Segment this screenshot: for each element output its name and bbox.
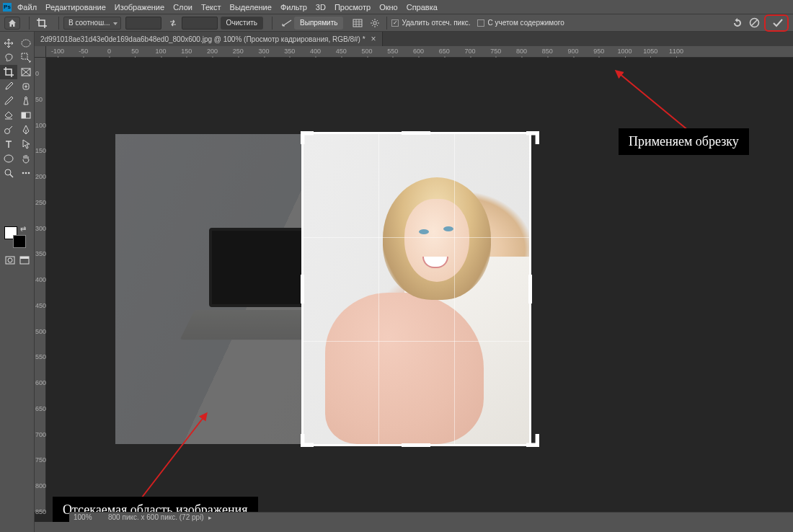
ruler-v-tick: 250: [35, 199, 46, 206]
reset-crop-icon[interactable]: [730, 17, 744, 30]
ruler-h-tick: 750: [490, 48, 501, 55]
eraser-tool[interactable]: [0, 108, 17, 123]
quick-select-tool[interactable]: [17, 50, 35, 65]
commit-highlight: [764, 14, 789, 32]
crop-settings-gear-icon[interactable]: [368, 17, 382, 30]
svg-point-14: [4, 155, 13, 162]
pen-tool[interactable]: [17, 123, 35, 137]
cancel-crop-icon[interactable]: [747, 17, 761, 30]
annotation-callout-apply: Применяем обрезку: [619, 128, 749, 155]
menu-file[interactable]: Файл: [17, 3, 37, 12]
overlay-grid-icon[interactable]: [350, 17, 365, 30]
crop-handle-bottom[interactable]: [402, 443, 430, 447]
ruler-h-tick: 550: [387, 48, 398, 55]
extra-tools-icon[interactable]: [17, 166, 35, 180]
lasso-tool[interactable]: [0, 50, 17, 65]
svg-point-18: [25, 172, 27, 174]
crop-tool[interactable]: [0, 65, 17, 79]
content-aware-checkbox[interactable]: С учетом содержимого: [477, 19, 564, 27]
crop-handle-top[interactable]: [402, 131, 430, 135]
svg-rect-23: [20, 257, 29, 259]
ruler-h-tick: 200: [207, 48, 218, 55]
ruler-h-tick: 900: [567, 48, 578, 55]
swap-dimensions-icon[interactable]: [167, 17, 179, 29]
menu-filter[interactable]: Фильтр: [280, 3, 307, 12]
swap-colors-icon[interactable]: ⇄: [20, 225, 26, 233]
hand-tool[interactable]: [17, 151, 35, 166]
straighten-icon[interactable]: [280, 17, 294, 30]
ruler-h-tick: 150: [181, 48, 192, 55]
app-logo: Ps: [3, 3, 12, 12]
document-tab[interactable]: 2d991018ae31d43e0de169daa6b48ed0_800x600…: [35, 32, 383, 46]
home-button[interactable]: [4, 17, 20, 30]
ellipse-marquee-tool[interactable]: [17, 36, 35, 50]
menu-edit[interactable]: Редактирование: [45, 3, 106, 12]
healing-brush-tool[interactable]: [17, 79, 35, 94]
crop-region[interactable]: [304, 134, 529, 444]
divider: [272, 17, 273, 30]
dodge-tool[interactable]: [0, 123, 17, 137]
move-tool[interactable]: [0, 36, 17, 50]
menu-3d[interactable]: 3D: [316, 3, 326, 12]
ruler-h-tick: 1000: [617, 48, 632, 55]
delete-pixels-checkbox[interactable]: Удалить отсеч. пикс.: [391, 19, 470, 27]
ruler-v-tick: 50: [35, 96, 43, 103]
ruler-v-tick: 550: [35, 353, 46, 360]
zoom-tool[interactable]: [0, 166, 17, 180]
ruler-h-tick: 500: [361, 48, 372, 55]
crop-handle-right[interactable]: [528, 275, 532, 303]
menu-help[interactable]: Справка: [407, 3, 438, 12]
shape-tool[interactable]: [0, 151, 17, 166]
menu-layers[interactable]: Слои: [173, 3, 192, 12]
ruler-v-tick: 400: [35, 276, 46, 283]
ruler-h-tick: 700: [464, 48, 475, 55]
svg-rect-5: [22, 53, 27, 59]
ruler-h-tick: 1100: [669, 48, 683, 55]
crop-grid-line: [454, 134, 455, 444]
commit-crop-icon[interactable]: [771, 17, 785, 30]
ruler-h-tick: 300: [258, 48, 269, 55]
info-chevron-icon[interactable]: ▸: [208, 514, 212, 521]
menu-image[interactable]: Изображение: [115, 3, 164, 12]
crop-grid-line: [378, 134, 379, 444]
svg-line-24: [619, 74, 693, 134]
gradient-tool[interactable]: [17, 108, 35, 123]
ruler-v-tick: 350: [35, 250, 46, 257]
screen-mode-icon[interactable]: [17, 254, 32, 267]
brush-tool[interactable]: [0, 94, 17, 108]
crop-aspect-select[interactable]: В соотнош...: [63, 17, 121, 30]
svg-point-17: [22, 172, 25, 174]
menu-text[interactable]: Текст: [201, 3, 221, 12]
crop-height-input[interactable]: [182, 17, 218, 30]
close-tab-icon[interactable]: ×: [371, 35, 376, 43]
text-tool[interactable]: [0, 137, 17, 151]
path-select-tool[interactable]: [17, 137, 35, 151]
document-info: 800 пикс. x 600 пикс. (72 ppi): [108, 513, 204, 521]
crop-tool-icon[interactable]: [34, 17, 50, 30]
svg-point-4: [22, 40, 30, 47]
ruler-v-tick: 800: [35, 482, 46, 489]
ruler-horizontal: -100-50050100150200250300350400450500550…: [46, 46, 793, 58]
frame-tool[interactable]: [17, 65, 35, 79]
zoom-field[interactable]: 100%: [74, 513, 102, 521]
ruler-h-tick: 650: [439, 48, 450, 55]
crop-width-input[interactable]: [125, 17, 161, 30]
canvas-area[interactable]: -100-50050100150200250300350400450500550…: [35, 46, 793, 522]
background-color-swatch[interactable]: [13, 235, 26, 248]
ruler-h-tick: 0: [107, 48, 111, 55]
quick-mask-icon[interactable]: [3, 254, 17, 267]
ruler-h-tick: 250: [233, 48, 244, 55]
tools-panel: ⇄: [0, 32, 35, 532]
delete-pixels-label: Удалить отсеч. пикс.: [402, 19, 470, 27]
clone-stamp-tool[interactable]: [17, 94, 35, 108]
svg-point-1: [373, 21, 376, 24]
eyedropper-tool[interactable]: [0, 79, 17, 94]
menu-view[interactable]: Просмотр: [335, 3, 371, 12]
divider: [58, 17, 59, 30]
straighten-button[interactable]: Выпрямить: [294, 17, 343, 30]
clear-button[interactable]: Очистить: [221, 17, 264, 30]
ruler-v-tick: 850: [35, 508, 46, 515]
crop-handle-left[interactable]: [301, 275, 304, 303]
menu-select[interactable]: Выделение: [230, 3, 272, 12]
menu-window[interactable]: Окно: [379, 3, 398, 12]
